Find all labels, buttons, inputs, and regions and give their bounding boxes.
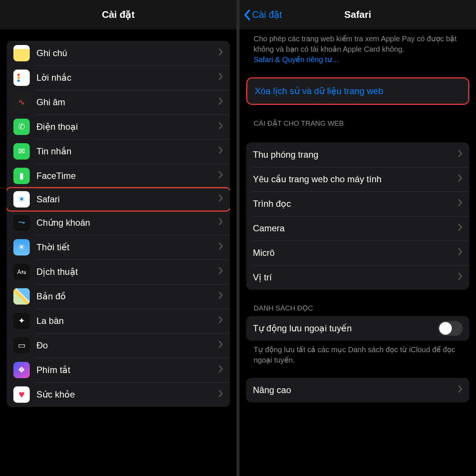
settings-row-label: Điện thoại [36, 122, 219, 132]
auto-save-offline-row: Tự động lưu ngoại tuyến [246, 316, 469, 341]
website-settings-header: CÀI ĐẶT CHO TRANG WEB [246, 105, 469, 131]
messages-app-icon: ✉ [13, 143, 30, 160]
advanced-row[interactable]: Nâng cao [246, 378, 469, 402]
chevron-right-icon [219, 292, 223, 301]
settings-row-phone[interactable]: ✆Điện thoại [7, 115, 230, 139]
health-app-icon: ♥ [13, 386, 30, 403]
chevron-right-icon [219, 341, 223, 350]
website-row-label: Trình đọc [253, 199, 458, 209]
back-label: Cài đặt [252, 9, 282, 20]
auto-save-offline-toggle[interactable] [438, 321, 463, 336]
chevron-right-icon [458, 223, 463, 233]
chevron-right-icon [458, 273, 463, 282]
chevron-right-icon [219, 316, 223, 326]
website-row-zoom[interactable]: Thu phóng trang [246, 142, 469, 167]
settings-row-facetime[interactable]: ▮FaceTime [7, 164, 230, 188]
clear-history-highlight: Xóa lịch sử và dữ liệu trang web [246, 77, 469, 105]
settings-row-label: Ghi chú [36, 48, 219, 58]
website-row-camera[interactable]: Camera [246, 216, 469, 241]
advanced-label: Nâng cao [253, 385, 458, 395]
app-settings-list: Ghi chúLời nhắc∿Ghi âm✆Điện thoại✉Tin nh… [7, 41, 230, 407]
website-row-label: Micrô [253, 248, 458, 258]
settings-row-label: Tin nhắn [36, 146, 219, 157]
back-button[interactable]: Cài đặt [243, 9, 282, 20]
maps-app-icon [13, 288, 30, 305]
chevron-right-icon [219, 122, 223, 132]
chevron-right-icon [219, 365, 223, 375]
compass-app-icon: ✦ [13, 313, 30, 329]
website-row-location[interactable]: Vị trí [246, 265, 469, 290]
settings-row-label: Sức khỏe [36, 389, 219, 400]
reminders-app-icon [13, 70, 30, 86]
settings-row-safari[interactable]: ✶Safari [7, 187, 230, 212]
toggle-knob [439, 322, 452, 335]
navbar-title: Cài đặt [102, 9, 135, 20]
settings-row-translate[interactable]: A⇆Dịch thuật [7, 260, 230, 284]
chevron-right-icon [219, 390, 223, 399]
website-row-label: Vị trí [253, 272, 458, 283]
safari-app-icon: ✶ [13, 191, 30, 208]
settings-row-voice[interactable]: ∿Ghi âm [7, 90, 230, 115]
website-row-microphone[interactable]: Micrô [246, 241, 469, 265]
chevron-right-icon [219, 73, 223, 83]
settings-row-label: Phím tắt [36, 365, 219, 375]
settings-row-notes[interactable]: Ghi chú [7, 41, 230, 65]
settings-row-measure[interactable]: ▭Đo [7, 333, 230, 358]
settings-row-messages[interactable]: ✉Tin nhắn [7, 139, 230, 164]
settings-panel: Cài đặt Ghi chúLời nhắc∿Ghi âm✆Điện thoạ… [0, 0, 238, 476]
facetime-app-icon: ▮ [13, 168, 30, 184]
phone-app-icon: ✆ [13, 119, 30, 135]
safari-settings-panel: Cài đặt Safari Cho phép các trang web ki… [238, 0, 476, 476]
settings-row-health[interactable]: ♥Sức khỏe [7, 382, 230, 407]
shortcuts-app-icon: ❖ [13, 362, 30, 378]
website-row-label: Camera [253, 223, 458, 234]
weather-app-icon: ☀ [13, 239, 30, 255]
settings-row-label: Chứng khoán [36, 218, 219, 228]
settings-row-label: FaceTime [36, 171, 219, 181]
stocks-app-icon: ⤳ [13, 215, 30, 231]
chevron-right-icon [458, 199, 463, 209]
chevron-right-icon [219, 267, 223, 277]
chevron-right-icon [458, 385, 463, 395]
chevron-right-icon [458, 174, 463, 184]
measure-app-icon: ▭ [13, 337, 30, 354]
clear-history-button[interactable]: Xóa lịch sử và dữ liệu trang web [247, 78, 468, 104]
settings-list-content: Ghi chúLời nhắc∿Ghi âm✆Điện thoại✉Tin nh… [0, 30, 237, 476]
translate-app-icon: A⇆ [13, 264, 30, 280]
chevron-right-icon [219, 218, 223, 228]
website-row-label: Thu phóng trang [253, 149, 458, 160]
notes-app-icon [13, 45, 30, 61]
settings-row-compass[interactable]: ✦La bàn [7, 309, 230, 333]
settings-row-label: Thời tiết [36, 242, 219, 253]
chevron-left-icon [243, 9, 251, 20]
apple-pay-footnote: Cho phép các trang web kiểm tra xem Appl… [246, 30, 469, 65]
settings-row-label: Bản đồ [36, 291, 219, 302]
settings-row-label: Ghi âm [36, 97, 219, 107]
website-settings-list: Thu phóng trangYêu cầu trang web cho máy… [246, 142, 469, 290]
chevron-right-icon [219, 48, 223, 58]
website-row-label: Yêu cầu trang web cho máy tính [253, 174, 458, 184]
settings-row-shortcuts[interactable]: ❖Phím tắt [7, 358, 230, 382]
chevron-right-icon [219, 97, 223, 107]
website-row-desktop[interactable]: Yêu cầu trang web cho máy tính [246, 167, 469, 192]
navbar: Cài đặt Safari [239, 0, 476, 30]
settings-row-label: Dịch thuật [36, 267, 219, 277]
reading-list-footer: Tự động lưu tất cả các mục Danh sách đọc… [246, 341, 469, 365]
settings-row-label: La bàn [36, 316, 219, 326]
advanced-group: Nâng cao [246, 378, 469, 402]
settings-row-reminders[interactable]: Lời nhắc [7, 65, 230, 90]
safari-privacy-link[interactable]: Safari & Quyền riêng tư… [254, 55, 340, 64]
navbar: Cài đặt [0, 0, 237, 30]
auto-save-offline-label: Tự động lưu ngoại tuyến [253, 323, 438, 334]
settings-row-weather[interactable]: ☀Thời tiết [7, 235, 230, 260]
chevron-right-icon [458, 248, 463, 258]
navbar-title: Safari [344, 9, 371, 20]
chevron-right-icon [219, 194, 223, 204]
chevron-right-icon [458, 150, 463, 160]
settings-row-label: Đo [36, 340, 219, 351]
settings-row-stocks[interactable]: ⤳Chứng khoán [7, 210, 230, 235]
voice-memos-app-icon: ∿ [13, 94, 30, 110]
website-row-reader[interactable]: Trình đọc [246, 192, 469, 216]
chevron-right-icon [219, 171, 223, 181]
settings-row-maps[interactable]: Bản đồ [7, 284, 230, 309]
